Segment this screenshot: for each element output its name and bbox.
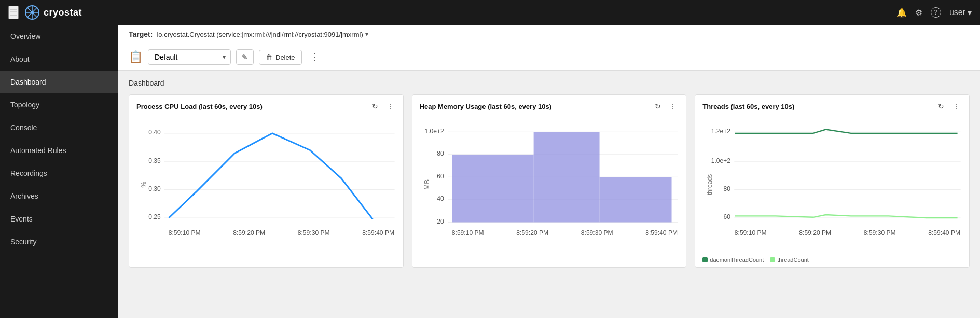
help-icon[interactable]: ?	[931, 7, 941, 18]
delete-label: Delete	[275, 53, 295, 61]
cpu-load-more-button[interactable]: ⋮	[384, 101, 396, 112]
svg-rect-31	[533, 132, 599, 222]
trash-icon: 🗑	[266, 53, 272, 61]
target-caret-icon: ▾	[365, 31, 368, 38]
dashboard-content: Dashboard Process CPU Load (last 60s, ev…	[118, 71, 980, 318]
layout-select[interactable]: Default Custom	[148, 49, 231, 65]
cpu-load-chart-card: Process CPU Load (last 60s, every 10s) ↻…	[129, 94, 404, 268]
svg-text:8:59:10 PM: 8:59:10 PM	[169, 229, 201, 237]
svg-text:8:59:40 PM: 8:59:40 PM	[645, 229, 678, 237]
layout-select-wrapper: Default Custom ▾	[148, 49, 231, 65]
heap-memory-more-button[interactable]: ⋮	[667, 101, 679, 112]
target-value: io.cryostat.Cryostat (service:jmx:rmi://…	[157, 31, 363, 38]
user-label: user	[949, 8, 965, 17]
svg-rect-32	[599, 177, 671, 222]
sidebar-item-label: Events	[10, 215, 33, 223]
user-menu[interactable]: user ▾	[949, 8, 972, 18]
charts-grid: Process CPU Load (last 60s, every 10s) ↻…	[129, 94, 970, 268]
svg-text:1.0e+2: 1.0e+2	[424, 128, 444, 135]
thread-count-legend-dot	[770, 257, 775, 262]
svg-text:0.25: 0.25	[148, 213, 161, 220]
sidebar-item-label: About	[10, 55, 30, 63]
cpu-load-svg: % 0.40 0.35 0.30 0.25 8:5	[134, 116, 398, 247]
sidebar-item-label: Archives	[10, 192, 38, 200]
sidebar-item-label: Security	[10, 238, 37, 246]
svg-text:60: 60	[724, 213, 731, 220]
svg-text:8:59:10 PM: 8:59:10 PM	[451, 229, 484, 237]
topnav-actions: 🔔 ⚙ ? user ▾	[896, 7, 972, 18]
svg-text:8:59:30 PM: 8:59:30 PM	[581, 229, 613, 237]
svg-text:8:59:10 PM: 8:59:10 PM	[735, 229, 767, 237]
daemon-thread-legend-dot	[702, 257, 708, 262]
settings-icon[interactable]: ⚙	[915, 8, 922, 18]
svg-text:threads: threads	[706, 174, 713, 195]
heap-memory-chart-header: Heap Memory Usage (last 60s, every 10s) …	[412, 95, 686, 116]
threads-chart-header: Threads (last 60s, every 10s) ↻ ⋮	[695, 95, 969, 116]
target-bar: Target: io.cryostat.Cryostat (service:jm…	[118, 25, 980, 44]
notifications-icon[interactable]: 🔔	[896, 8, 907, 18]
hamburger-button[interactable]: ☰	[8, 6, 19, 19]
svg-text:20: 20	[437, 218, 444, 225]
dashboard-layout-icon: 📋	[129, 50, 143, 64]
heap-memory-chart-body: MB 1.0e+2 80 60 40 20	[412, 116, 686, 255]
svg-text:80: 80	[724, 185, 731, 192]
cpu-load-chart-body: % 0.40 0.35 0.30 0.25 8:5	[129, 116, 403, 255]
threads-chart-legend: daemonThreadCount threadCount	[695, 255, 969, 267]
cpu-load-refresh-button[interactable]: ↻	[370, 101, 380, 112]
daemon-thread-legend-item: daemonThreadCount	[702, 257, 764, 263]
more-options-button[interactable]: ⋮	[307, 49, 323, 65]
svg-text:1.0e+2: 1.0e+2	[711, 157, 731, 164]
sidebar-item-label: Overview	[10, 32, 40, 40]
dashboard-title: Dashboard	[129, 79, 970, 87]
app-logo: cryostat	[25, 5, 896, 20]
svg-text:MB: MB	[422, 179, 430, 190]
app-name: cryostat	[44, 7, 82, 18]
threads-chart-title: Threads (last 60s, every 10s)	[702, 103, 932, 110]
svg-text:1.2e+2: 1.2e+2	[711, 128, 731, 135]
delete-layout-button[interactable]: 🗑 Delete	[259, 50, 302, 65]
edit-icon: ✎	[242, 53, 248, 61]
heap-memory-svg: MB 1.0e+2 80 60 40 20	[418, 116, 681, 247]
sidebar-item-automated-rules[interactable]: Automated Rules	[0, 139, 118, 162]
main-content: Target: io.cryostat.Cryostat (service:jm…	[118, 25, 980, 318]
svg-text:60: 60	[437, 173, 444, 180]
sidebar: Overview About Dashboard Topology Consol…	[0, 25, 118, 318]
sidebar-item-label: Automated Rules	[10, 146, 66, 155]
sidebar-item-topology[interactable]: Topology	[0, 93, 118, 116]
sidebar-item-security[interactable]: Security	[0, 230, 118, 253]
svg-text:0.30: 0.30	[148, 185, 161, 192]
heap-memory-chart-title: Heap Memory Usage (last 60s, every 10s)	[420, 103, 649, 110]
sidebar-item-about[interactable]: About	[0, 48, 118, 71]
edit-layout-button[interactable]: ✎	[236, 49, 254, 65]
sidebar-item-recordings[interactable]: Recordings	[0, 162, 118, 185]
threads-chart-body: threads 1.2e+2 1.0e+2 80 60	[695, 116, 969, 255]
threads-chart-card: Threads (last 60s, every 10s) ↻ ⋮ thread…	[695, 94, 970, 268]
threads-refresh-button[interactable]: ↻	[936, 101, 946, 112]
svg-text:8:59:30 PM: 8:59:30 PM	[298, 229, 330, 237]
heap-memory-refresh-button[interactable]: ↻	[653, 101, 663, 112]
target-label: Target:	[129, 30, 153, 38]
sidebar-item-dashboard[interactable]: Dashboard	[0, 71, 118, 93]
dashboard-toolbar: 📋 Default Custom ▾ ✎ 🗑 Delete ⋮	[118, 44, 980, 71]
svg-text:8:59:20 PM: 8:59:20 PM	[233, 229, 265, 237]
sidebar-item-archives[interactable]: Archives	[0, 185, 118, 208]
svg-rect-30	[452, 155, 533, 223]
sidebar-item-label: Console	[10, 123, 37, 132]
more-icon: ⋮	[310, 52, 320, 62]
topnav: ☰ cryostat 🔔 ⚙ ? user ▾	[0, 0, 980, 25]
user-caret-icon: ▾	[968, 8, 972, 18]
layout: Overview About Dashboard Topology Consol…	[0, 25, 980, 318]
target-dropdown[interactable]: io.cryostat.Cryostat (service:jmx:rmi://…	[157, 31, 368, 38]
svg-point-5	[31, 11, 34, 14]
svg-text:8:59:20 PM: 8:59:20 PM	[799, 229, 832, 237]
svg-text:8:59:30 PM: 8:59:30 PM	[864, 229, 896, 237]
thread-count-legend-item: threadCount	[770, 257, 809, 263]
threads-svg: threads 1.2e+2 1.0e+2 80 60	[700, 116, 964, 247]
threads-more-button[interactable]: ⋮	[950, 101, 962, 112]
sidebar-item-overview[interactable]: Overview	[0, 25, 118, 48]
sidebar-item-events[interactable]: Events	[0, 208, 118, 230]
svg-text:%: %	[140, 182, 147, 188]
sidebar-item-console[interactable]: Console	[0, 116, 118, 139]
hamburger-icon: ☰	[9, 7, 18, 18]
sidebar-item-label: Topology	[10, 101, 39, 109]
